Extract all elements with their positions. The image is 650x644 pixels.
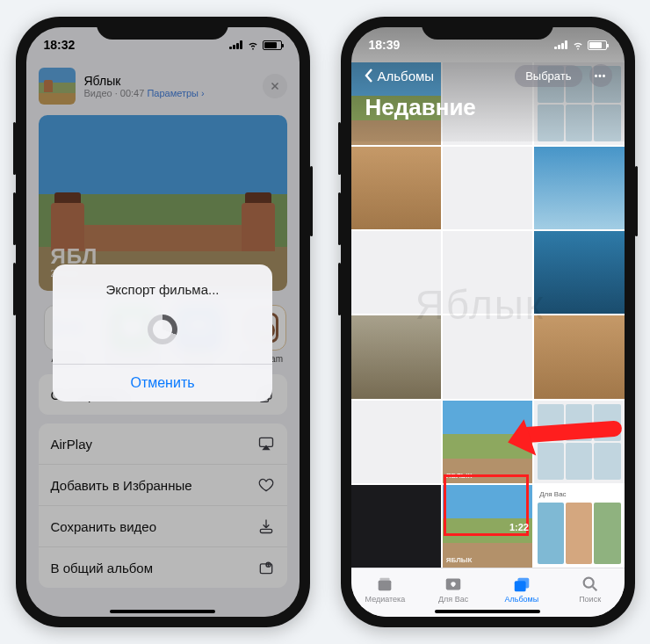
export-message: Экспорт фильма... <box>53 264 272 302</box>
notch <box>97 17 228 40</box>
screen-left: 18:32 Яблык Видео · 00:47 Параметры › <box>26 27 300 617</box>
phone-right: 18:39 Альбомы Выбрать ••• Недавние <box>341 17 635 627</box>
screen-right: 18:39 Альбомы Выбрать ••• Недавние <box>351 27 625 617</box>
page-title: Недавние <box>351 89 625 127</box>
albums-icon <box>512 575 531 594</box>
status-time: 18:39 <box>369 38 401 52</box>
progress-pie-icon <box>148 315 177 344</box>
grid-cell[interactable] <box>443 147 532 229</box>
tab-search[interactable]: Поиск <box>556 568 625 617</box>
status-time: 18:32 <box>44 38 76 52</box>
grid-cell[interactable] <box>443 231 532 314</box>
export-progress <box>53 302 272 364</box>
wifi-icon <box>247 39 259 51</box>
grid-cell[interactable] <box>534 147 624 229</box>
grid-cell[interactable] <box>351 485 441 568</box>
svg-rect-11 <box>517 578 529 589</box>
grid-cell[interactable] <box>443 315 532 398</box>
home-indicator[interactable] <box>435 610 540 613</box>
cancel-button[interactable]: Отменить <box>53 364 272 402</box>
more-button[interactable]: ••• <box>589 64 612 87</box>
cell-signal-icon <box>229 40 243 49</box>
search-icon <box>581 575 600 594</box>
grid-cell[interactable] <box>351 401 441 483</box>
export-modal: Экспорт фильма... Отменить <box>53 264 272 402</box>
svg-point-12 <box>583 578 593 588</box>
home-indicator[interactable] <box>110 610 215 613</box>
cell-signal-icon <box>554 40 568 49</box>
grid-cell[interactable] <box>534 231 624 314</box>
select-button[interactable]: Выбрать <box>515 65 581 87</box>
video-duration-badge: 1:22 <box>509 522 619 532</box>
svg-rect-7 <box>379 580 392 590</box>
grid-cell[interactable] <box>351 147 441 229</box>
library-icon <box>375 575 394 594</box>
wifi-icon <box>572 39 584 51</box>
battery-icon <box>588 40 607 50</box>
back-button[interactable]: Альбомы <box>364 68 435 83</box>
tab-library[interactable]: Медиатека <box>351 568 420 617</box>
foryou-icon <box>444 575 463 594</box>
grid-cell[interactable] <box>351 315 441 398</box>
notch <box>422 17 553 40</box>
chevron-left-icon <box>364 68 374 83</box>
phone-left: 18:32 Яблык Видео · 00:47 Параметры › <box>16 17 310 627</box>
grid-cell[interactable] <box>351 231 441 314</box>
svg-rect-8 <box>380 578 390 581</box>
battery-icon <box>263 40 282 50</box>
